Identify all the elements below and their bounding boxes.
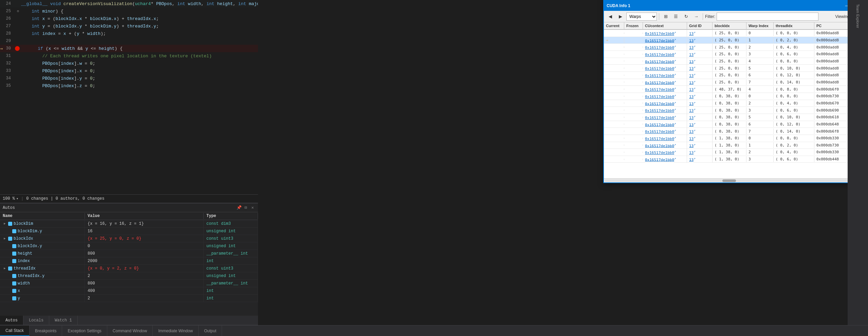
cuda-cell-threadidx: ( 0, 0, 0) xyxy=(774,135,814,141)
line-code-33: PBOpos[index].x = 0; xyxy=(21,68,257,74)
cuda-cell-frozen xyxy=(624,39,643,41)
cuda-column-headers: Current Frozen CUcontext Grid ID blockId… xyxy=(604,22,867,30)
bottom-tab-exception[interactable]: Exception Settings xyxy=(62,325,107,336)
cuda-refresh-btn[interactable]: ↻ xyxy=(682,12,690,21)
zoom-dropdown-icon[interactable]: ▾ xyxy=(16,197,18,201)
bottom-tab-output[interactable]: Output xyxy=(199,325,222,336)
sidebar-team-explorer[interactable]: Team Explorer xyxy=(854,1,862,31)
line-number-28: 28 xyxy=(1,31,15,36)
cuda-cell-cucontext: 0x16517de1bb0↗ xyxy=(643,65,687,72)
fold-25[interactable]: ⊖ xyxy=(15,9,21,13)
cuda-cell-cucontext: 0x16517de1bb0↗ xyxy=(643,79,687,86)
cuda-cell-pc: 0x000dadd8 xyxy=(814,44,848,50)
bottom-tabs-bar: Call Stack Breakpoints Exception Setting… xyxy=(0,325,868,336)
line-number-25: 25 xyxy=(1,9,15,14)
cuda-table-row[interactable]: 0x16517de1bb0↗ 13↗ ( 0, 38, 0) 0 ( 0, 0,… xyxy=(604,93,867,100)
autos-pin-btn[interactable]: 📌 xyxy=(236,205,242,211)
cuda-col-blockidx[interactable]: blockIdx xyxy=(713,22,746,29)
autos-cell-name-width: width xyxy=(0,280,85,287)
line-number-26: 26 xyxy=(1,16,15,21)
line-code-25: int minor) { xyxy=(21,9,257,14)
cuda-cell-threadidx: ( 0, 12, 0) xyxy=(774,121,814,127)
cuda-table-row[interactable]: 0x16517de1bb0↗ 13↗ ( 25, 0, 0) 6 ( 0, 12… xyxy=(604,72,867,79)
bottom-tab-command[interactable]: Command Window xyxy=(107,325,153,336)
bottom-tab-breakpoints[interactable]: Breakpoints xyxy=(30,325,62,336)
tab-locals[interactable]: Locals xyxy=(23,316,49,325)
autos-cell-value-blockdim: {x = 16, y = 16, z = 1} xyxy=(85,220,204,227)
cuda-col-cucontext[interactable]: CUcontext xyxy=(643,22,687,29)
cuda-cell-gridid: 13↗ xyxy=(687,93,713,100)
cuda-cell-current: ⇒ xyxy=(604,37,624,43)
cuda-table-row[interactable]: 0x16517de1bb0↗ 13↗ ( 25, 0, 0) 7 ( 0, 14… xyxy=(604,79,867,86)
cuda-cell-pc: 0x000db730 xyxy=(814,142,848,148)
tab-watch1[interactable]: Watch 1 xyxy=(49,316,77,325)
cuda-table-row[interactable]: 0x16517de1bb0↗ 13↗ ( 1, 38, 0) 3 ( 0, 6,… xyxy=(604,156,867,163)
cuda-col-current[interactable]: Current xyxy=(604,22,624,29)
cuda-col-warpindex[interactable]: Warp Index xyxy=(746,22,774,29)
cuda-cell-blockidx: ( 1, 38, 0) xyxy=(713,156,746,162)
cuda-table-row[interactable]: 0x16517de1bb0↗ 13↗ ( 0, 38, 0) 6 ( 0, 12… xyxy=(604,121,867,128)
filter-input[interactable] xyxy=(717,13,818,21)
autos-close-btn[interactable]: ✕ xyxy=(250,205,255,211)
expand-arrow-y xyxy=(7,296,11,300)
cuda-col-threadidx[interactable]: threadIdx xyxy=(774,22,814,29)
var-icon-height xyxy=(12,252,16,256)
bottom-tab-callstack[interactable]: Call Stack xyxy=(0,325,30,336)
expand-arrow-threadidx[interactable]: ▶ xyxy=(3,266,7,271)
cuda-table-row[interactable]: 0x16517de1bb0↗ 13↗ ( 25, 0, 0) 4 ( 0, 8,… xyxy=(604,58,867,65)
cuda-table-row[interactable]: 0x16517de1bb0↗ 13↗ ( 25, 0, 0) 5 ( 0, 10… xyxy=(604,65,867,72)
cuda-back-btn[interactable]: ◀ xyxy=(606,12,615,21)
cuda-cell-current xyxy=(604,60,624,62)
cuda-forward-btn[interactable]: ▶ xyxy=(616,12,625,21)
cuda-cell-cucontext: 0x16517de1bb0↗ xyxy=(643,30,687,37)
cuda-col-gridid[interactable]: Grid ID xyxy=(687,22,713,29)
zoom-level[interactable]: 100 % xyxy=(3,196,15,201)
autos-move-btn[interactable]: ⊟ xyxy=(243,205,248,211)
cuda-expand-btn[interactable]: → xyxy=(692,12,701,21)
expand-arrow-blockdim[interactable]: ▶ xyxy=(3,222,7,226)
autos-cell-name-blockdimy: blockDim.y xyxy=(0,228,85,235)
cuda-table-row[interactable]: ⇒ 0x16517de1bb0↗ 13↗ ( 25, 0, 0) 1 ( 0, … xyxy=(604,37,867,44)
cuda-grid-btn[interactable]: ⊞ xyxy=(661,12,670,21)
cuda-info-panel: CUDA Info 1 ─ □ ✕ ◀ ▶ Warps Lanes Blocks… xyxy=(603,0,868,183)
cuda-table-row[interactable]: 0x16517de1bb0↗ 13↗ ( 0, 38, 0) 3 ( 0, 6,… xyxy=(604,107,867,114)
cuda-table-row[interactable]: 0x16517de1bb0↗ 13↗ ( 0, 38, 0) 7 ( 0, 14… xyxy=(604,128,867,135)
cuda-cell-cucontext: 0x16517de1bb0↗ xyxy=(643,51,687,58)
autos-cell-name-blockdim[interactable]: ▶ blockDim xyxy=(0,220,85,227)
cuda-table-row[interactable]: 0x16517de1bb0↗ 13↗ ( 48, 37, 0) 4 ( 0, 8… xyxy=(604,86,867,93)
expand-arrow-blockidx[interactable]: ▶ xyxy=(3,237,7,241)
autos-cell-name-blockidx[interactable]: ▶ blockIdx xyxy=(0,235,85,242)
cuda-scrollbar-track xyxy=(605,179,867,182)
cuda-table-row[interactable]: 0x16517de1bb0↗ 13↗ ( 1, 38, 0) 1 ( 0, 2,… xyxy=(604,142,867,149)
autos-cell-value-width: 800 xyxy=(85,280,204,287)
cuda-scrollbar-thumb[interactable] xyxy=(722,179,736,182)
cuda-table-row[interactable]: 0x16517de1bb0↗ 13↗ ( 1, 38, 0) 2 ( 0, 4,… xyxy=(604,149,867,156)
code-line-34: 34 PBOpos[index].y = 0; xyxy=(0,75,258,82)
cuda-col-pc[interactable]: PC xyxy=(814,22,848,29)
breakpoint-dot-30[interactable] xyxy=(15,46,20,51)
cuda-table-row[interactable]: 0x16517de1bb0↗ 13↗ ( 1, 38, 0) 0 ( 0, 0,… xyxy=(604,135,867,142)
expand-arrow-height xyxy=(7,252,11,256)
cuda-list-btn[interactable]: ☰ xyxy=(671,12,680,21)
cuda-cell-threadidx: ( 0, 8, 0) xyxy=(774,86,814,92)
cuda-table-row[interactable]: 0x16517de1bb0↗ 13↗ ( 0, 38, 0) 5 ( 0, 10… xyxy=(604,114,867,121)
autos-cell-type-blockdim: const dim3 xyxy=(204,220,258,227)
autos-row-height: height 800 __parameter__ int xyxy=(0,250,258,257)
cuda-h-scrollbar[interactable] xyxy=(604,178,867,182)
autos-cell-name-y: y xyxy=(0,295,85,302)
cuda-cell-frozen xyxy=(624,110,643,111)
cuda-table-row[interactable]: 0x16517de1bb0↗ 13↗ ( 0, 38, 0) 2 ( 0, 4,… xyxy=(604,100,867,107)
autos-cell-name-threadidx[interactable]: ▶ threadIdx xyxy=(0,265,85,272)
cuda-cell-warpindex: 1 xyxy=(746,142,774,148)
line-code-31: // Each thread writes one pixel location… xyxy=(21,54,257,59)
cuda-table-row[interactable]: 0x16517de1bb0↗ 13↗ ( 25, 0, 0) 0 ( 0, 0,… xyxy=(604,30,867,37)
cuda-table-row[interactable]: 0x16517de1bb0↗ 13↗ ( 25, 0, 0) 3 ( 0, 6,… xyxy=(604,51,867,58)
cuda-cell-cucontext: 0x16517de1bb0↗ xyxy=(643,58,687,65)
bottom-tab-immediate[interactable]: Immediate Window xyxy=(153,325,199,336)
line-number-32: 32 xyxy=(1,61,15,66)
cuda-cell-threadidx: ( 0, 8, 0) xyxy=(774,58,814,64)
cuda-table-row[interactable]: 0x16517de1bb0↗ 13↗ ( 25, 0, 0) 2 ( 0, 4,… xyxy=(604,44,867,51)
tab-autos[interactable]: Autos xyxy=(0,316,23,325)
cuda-view-selector[interactable]: Warps Lanes Blocks xyxy=(626,13,657,21)
cuda-col-frozen[interactable]: Frozen xyxy=(624,22,643,29)
